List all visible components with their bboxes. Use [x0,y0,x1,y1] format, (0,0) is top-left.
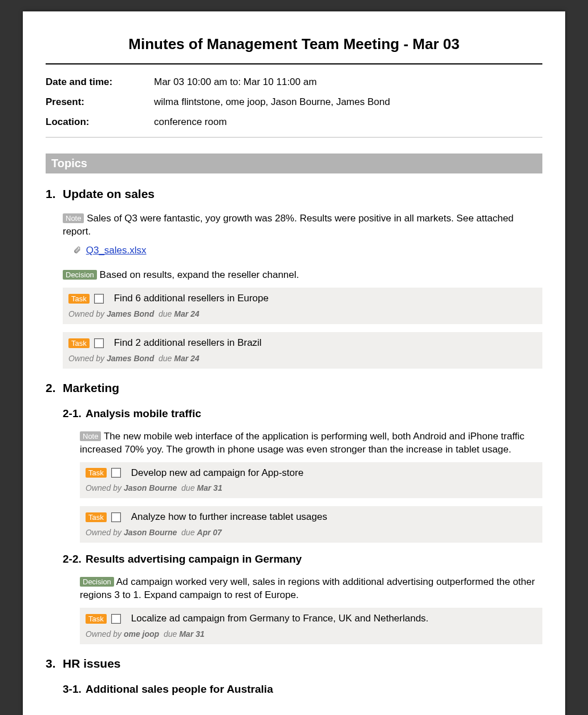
topic-3-1-heading: 3-1.Additional sales people for Australi… [63,682,542,697]
meta-label-present: Present: [46,96,154,109]
owned-by-label: Owned by [86,483,124,492]
task-tag: Task [86,512,107,522]
topic-2-2-title: Results advertising campaign in Germany [86,553,302,565]
task-checkbox[interactable] [111,512,121,522]
topic-2-1-task-2: Task Analyze how to further increase tab… [80,506,542,543]
task-meta: Owned by Jason Bourne due Mar 31 [86,483,537,494]
task-checkbox[interactable] [94,338,104,348]
topic-3-1-title: Additional sales people for Australia [86,683,273,695]
title-rule [46,63,542,64]
topic-2-2-number: 2-2. [63,552,86,567]
topic-2-number: 2. [46,380,63,396]
topic-2-1-task-1: Task Develop new ad campaign for App-sto… [80,462,542,499]
task-owner: James Bond [107,309,154,318]
topic-2-1-note: Note The new mobile web interface of the… [80,430,542,457]
due-label: due [181,483,197,492]
task-tag: Task [86,468,107,478]
task-header-row: Task Find 2 additional resellers in Braz… [68,337,537,350]
topic-2-1-heading: 2-1.Analysis mobile traffic [63,406,542,421]
owned-by-label: Owned by [68,309,107,318]
topic-2-2-heading: 2-2.Results advertising campaign in Germ… [63,552,542,567]
meta-label-location: Location: [46,116,154,129]
topic-3-number: 3. [46,656,63,672]
meta-row-date: Date and time: Mar 03 10:00 am to: Mar 1… [46,72,542,92]
topic-2-title: Marketing [63,381,119,394]
task-owner: Jason Bourne [124,528,177,537]
task-owner: James Bond [107,354,154,363]
task-title: Analyze how to further increase tablet u… [131,511,327,524]
topic-2-1-number: 2-1. [63,406,86,421]
paperclip-icon [73,245,81,258]
owned-by-label: Owned by [86,629,124,639]
decision-tag: Decision [63,270,97,280]
task-due: Mar 31 [197,483,222,492]
task-tag: Task [86,614,107,624]
task-tag: Task [68,294,90,304]
document-page: Minutes of Management Team Meeting - Mar… [23,11,565,715]
topics-heading-bar: Topics [46,153,542,173]
topic-3-heading: 3.HR issues [46,656,542,672]
meta-row-present: Present: wilma flintstone, ome joop, Jas… [46,92,542,112]
topic-1-task-1: Task Find 6 additional resellers in Euro… [63,288,542,324]
task-due: Apr 07 [197,528,222,537]
due-label: due [159,309,174,318]
topic-2-2-task-1: Task Localize ad campaign from Germany t… [80,608,542,644]
owned-by-label: Owned by [86,528,124,537]
meta-value-location: conference room [154,116,542,129]
task-meta: Owned by James Bond due Mar 24 [68,353,537,364]
topic-2-2-decision: Decision Ad campaign worked very well, s… [80,576,542,602]
task-header-row: Task Find 6 additional resellers in Euro… [68,292,537,305]
task-meta: Owned by James Bond due Mar 24 [68,309,537,320]
topic-2-1-note-text: The new mobile web interface of the appl… [80,431,525,455]
meta-value-present: wilma flintstone, ome joop, Jason Bourne… [154,96,542,109]
task-title: Develop new ad campaign for App-store [131,467,303,480]
topic-1-task-2: Task Find 2 additional resellers in Braz… [63,332,542,369]
note-tag: Note [80,431,101,441]
topic-2-heading: 2.Marketing [46,380,542,396]
topic-1-decision: Decision Based on results, expand the re… [63,269,542,282]
due-label: due [181,528,197,537]
meta-label-date: Date and time: [46,76,154,89]
task-owner: Jason Bourne [124,483,177,492]
due-label: due [164,629,179,639]
task-header-row: Task Develop new ad campaign for App-sto… [86,467,537,480]
task-due: Mar 31 [179,629,204,639]
topic-1-note: Note Sales of Q3 were fantastic, yoy gro… [63,212,542,239]
due-label: due [159,354,174,363]
topic-3-1-number: 3-1. [63,682,86,697]
topic-2-2-body: Decision Ad campaign worked very well, s… [80,576,542,644]
task-title: Find 6 additional resellers in Europe [114,292,269,305]
task-checkbox[interactable] [111,468,121,478]
task-title: Find 2 additional resellers in Brazil [114,337,262,350]
task-meta: Owned by ome joop due Mar 31 [86,629,537,640]
topic-1-heading: 1.Update on sales [46,186,542,202]
task-checkbox[interactable] [111,614,121,624]
task-header-row: Task Localize ad campaign from Germany t… [86,612,537,625]
task-title: Localize ad campaign from Germany to Fra… [131,612,429,625]
topic-2-1-body: Note The new mobile web interface of the… [80,430,542,543]
topic-1-number: 1. [46,186,63,202]
meta-rule [46,137,542,138]
task-meta: Owned by Jason Bourne due Apr 07 [86,527,537,538]
task-checkbox[interactable] [94,294,104,304]
task-owner: ome joop [124,629,159,639]
task-due: Mar 24 [174,309,199,318]
topic-1-title: Update on sales [63,187,155,200]
task-due: Mar 24 [174,354,199,363]
topic-2-1-title: Analysis mobile traffic [86,407,201,419]
meta-row-location: Location: conference room [46,112,542,132]
note-tag: Note [63,213,84,223]
meta-value-date: Mar 03 10:00 am to: Mar 10 11:00 am [154,76,542,89]
topic-3-title: HR issues [63,657,121,670]
owned-by-label: Owned by [68,354,107,363]
topic-1-body: Note Sales of Q3 were fantastic, yoy gro… [63,212,542,368]
document-title: Minutes of Management Team Meeting - Mar… [46,34,542,54]
topic-1-decision-text: Based on results, expand the reseller ch… [100,269,299,280]
task-tag: Task [68,338,90,348]
attachment-link[interactable]: Q3_sales.xlsx [86,245,147,256]
task-header-row: Task Analyze how to further increase tab… [86,511,537,524]
topic-2-2-decision-text: Ad campaign worked very well, sales in r… [80,576,535,600]
decision-tag: Decision [80,577,114,587]
topic-1-attachment-row: Q3_sales.xlsx [73,244,542,258]
topic-1-note-text: Sales of Q3 were fantastic, yoy growth w… [63,213,514,237]
